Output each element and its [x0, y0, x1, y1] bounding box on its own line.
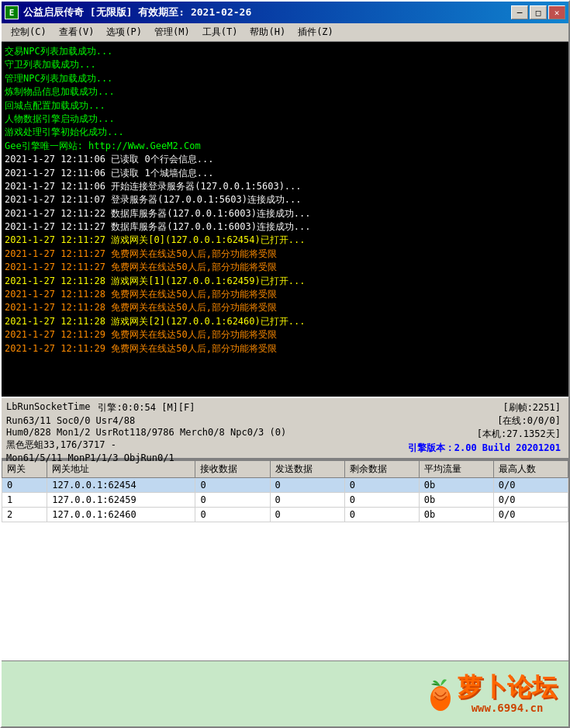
- table-row[interactable]: 2127.0.0.1:624600000b0/0: [2, 508, 568, 522]
- log-line: 2021-1-27 12:11:06 已读取 1个城墙信息...: [5, 167, 565, 180]
- table-cell-2: 0: [195, 508, 270, 522]
- log-line: 2021-1-27 12:11:28 游戏网关[2](127.0.0.1:624…: [5, 315, 565, 328]
- status-right-panel: [刷帧:2251] [在线:0/0/0] [本机:27.1352天]: [477, 401, 561, 441]
- log-output: 交易NPC列表加载成功...守卫列表加载成功...管理NPC列表加载成功...炼…: [2, 42, 568, 397]
- maximize-button[interactable]: □: [530, 5, 547, 19]
- log-line: 2021-1-27 12:11:06 开始连接登录服务器(127.0.0.1:5…: [5, 180, 565, 193]
- log-line: Gee引擎唯一网站: http://Www.GeeM2.Com: [5, 140, 565, 153]
- table-scroll[interactable]: 网关 网关地址 接收数据 发送数据 剩余数据 平均流量 最高人数 0127.0.…: [2, 460, 568, 660]
- table-cell-6: 0/0: [493, 478, 568, 493]
- status-timer: 引擎:0:0:54 [M][F]: [98, 401, 195, 414]
- log-line: 2021-1-27 12:11:28 免费网关在线达50人后,部分功能将受限: [5, 288, 565, 301]
- table-row[interactable]: 0127.0.0.1:624540000b0/0: [2, 478, 568, 493]
- table-cell-2: 0: [195, 493, 270, 508]
- close-button[interactable]: ✕: [548, 5, 565, 19]
- bottom-logo-area: 萝卜论坛 www.6994.cn: [2, 660, 568, 726]
- engine-version: 引擎版本：2.00 Build 20201201: [408, 442, 561, 455]
- log-line: 管理NPC列表加载成功...: [5, 72, 565, 85]
- log-line: 2021-1-27 12:11:27 免费网关在线达50人后,部分功能将受限: [5, 248, 565, 261]
- table-cell-6: 0/0: [493, 508, 568, 522]
- status-monster: 黑色恶蛆33,176/3717 -: [6, 439, 116, 452]
- menu-bar: 控制(C) 查看(V) 选项(P) 管理(M) 工具(T) 帮助(H) 插件(Z…: [2, 23, 568, 42]
- table-cell-3: 0: [270, 493, 344, 508]
- table-cell-0: 2: [2, 508, 47, 522]
- table-cell-5: 0b: [419, 493, 493, 508]
- log-line: 回城点配置加载成功...: [5, 99, 565, 113]
- status-machine: [本机:27.1352天]: [477, 428, 561, 441]
- log-line: 2021-1-27 12:11:06 已读取 0个行会信息...: [5, 153, 565, 166]
- log-line: 炼制物品信息加载成功...: [5, 85, 565, 99]
- log-line: 2021-1-27 12:11:29 免费网关在线达50人后,部分功能将受限: [5, 342, 565, 355]
- app-icon: E: [5, 5, 19, 19]
- menu-tools[interactable]: 工具(T): [196, 24, 244, 40]
- menu-manage[interactable]: 管理(M): [148, 24, 196, 40]
- table-cell-3: 0: [270, 508, 344, 522]
- log-line: 游戏处理引擎初始化成功...: [5, 126, 565, 139]
- table-row[interactable]: 1127.0.0.1:624590000b0/0: [2, 493, 568, 508]
- main-window: E 公益启辰传奇 [无限版] 有效期至: 2021-02-26 ─ □ ✕ 控制…: [0, 0, 570, 728]
- table-cell-4: 0: [344, 478, 419, 493]
- status-frames: [刷帧:2251]: [477, 401, 561, 414]
- menu-control[interactable]: 控制(C): [5, 24, 53, 40]
- gateway-table-area: 网关 网关地址 接收数据 发送数据 剩余数据 平均流量 最高人数 0127.0.…: [2, 459, 568, 660]
- table-cell-1: 127.0.0.1:62460: [47, 508, 195, 522]
- log-line: 2021-1-27 12:11:28 游戏网关[1](127.0.0.1:624…: [5, 275, 565, 288]
- table-cell-1: 127.0.0.1:62459: [47, 493, 195, 508]
- table-cell-1: 127.0.0.1:62454: [47, 478, 195, 493]
- table-cell-2: 0: [195, 478, 270, 493]
- log-line: 2021-1-27 12:11:22 数据库服务器(127.0.0.1:6003…: [5, 207, 565, 220]
- status-lbrun: LbRunSocketTime: [6, 401, 90, 414]
- log-line: 2021-1-27 12:11:29 免费网关在线达50人后,部分功能将受限: [5, 328, 565, 341]
- log-line: 2021-1-27 12:11:27 免费网关在线达50人后,部分功能将受限: [5, 261, 565, 274]
- menu-plugins[interactable]: 插件(Z): [292, 24, 340, 40]
- site-logo: 萝卜论坛 www.6994.cn: [427, 674, 557, 713]
- table-cell-0: 0: [2, 478, 47, 493]
- menu-options[interactable]: 选项(P): [100, 24, 148, 40]
- table-cell-5: 0b: [419, 478, 493, 493]
- status-run: Run63/11 Soc0/0 Usr4/88: [6, 415, 135, 426]
- log-line: 人物数据引擎启动成功...: [5, 113, 565, 126]
- status-online: [在线:0/0/0]: [477, 414, 561, 428]
- log-line: 2021-1-27 12:11:28 免费网关在线达50人后,部分功能将受限: [5, 301, 565, 314]
- table-cell-0: 1: [2, 493, 47, 508]
- status-bar: LbRunSocketTime 引擎:0:0:54 [M][F] Run63/1…: [2, 397, 568, 459]
- window-title: 公益启辰传奇 [无限版] 有效期至: 2021-02-26: [23, 5, 510, 19]
- minimize-button[interactable]: ─: [511, 5, 528, 19]
- menu-help[interactable]: 帮助(H): [244, 24, 292, 40]
- status-mon: Mon61/5/11 MonP1/1/3 ObjRun0/1: [6, 452, 174, 463]
- log-line: 2021-1-27 12:11:27 数据库服务器(127.0.0.1:6003…: [5, 220, 565, 234]
- status-hum: Hum0/828 Mon1/2 UsrRot118/9786 Merch0/8 …: [6, 427, 286, 438]
- table-cell-6: 0/0: [493, 493, 568, 508]
- log-line: 2021-1-27 12:11:07 登录服务器(127.0.0.1:5603)…: [5, 193, 565, 206]
- table-cell-3: 0: [270, 478, 344, 493]
- logo-url: www.6994.cn: [458, 702, 557, 714]
- menu-view[interactable]: 查看(V): [53, 24, 101, 40]
- svg-point-1: [433, 688, 448, 700]
- title-bar: E 公益启辰传奇 [无限版] 有效期至: 2021-02-26 ─ □ ✕: [2, 2, 568, 23]
- log-line: 守卫列表加载成功...: [5, 58, 565, 71]
- gateway-table: 网关 网关地址 接收数据 发送数据 剩余数据 平均流量 最高人数 0127.0.…: [2, 460, 568, 522]
- log-line: 交易NPC列表加载成功...: [5, 45, 565, 58]
- table-cell-5: 0b: [419, 508, 493, 522]
- logo-text: 萝卜论坛: [458, 674, 557, 701]
- carrot-svg-icon: [427, 677, 454, 711]
- log-line: 2021-1-27 12:11:27 游戏网关[0](127.0.0.1:624…: [5, 234, 565, 247]
- table-cell-4: 0: [344, 493, 419, 508]
- table-cell-4: 0: [344, 508, 419, 522]
